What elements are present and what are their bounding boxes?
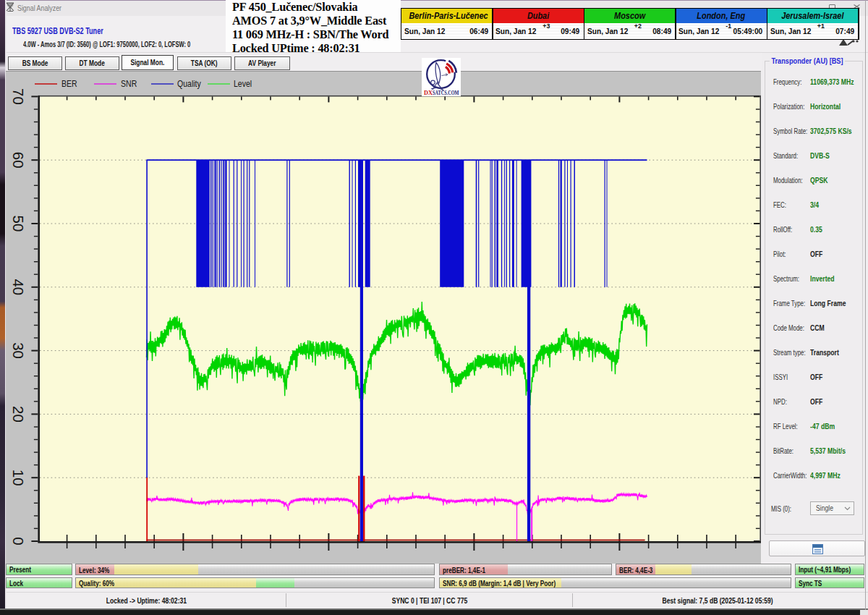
svg-text:30: 30 — [10, 342, 27, 359]
svg-text:SATCS.COM: SATCS.COM — [433, 89, 459, 96]
svg-text:60: 60 — [10, 152, 27, 169]
svg-text:DX: DX — [424, 89, 433, 96]
svg-text:40: 40 — [10, 279, 27, 295]
svg-text:0: 0 — [10, 537, 27, 545]
svg-text:70: 70 — [10, 88, 27, 105]
svg-text:20: 20 — [10, 406, 27, 423]
svg-text:10: 10 — [10, 470, 27, 486]
svg-text:50: 50 — [10, 216, 27, 232]
